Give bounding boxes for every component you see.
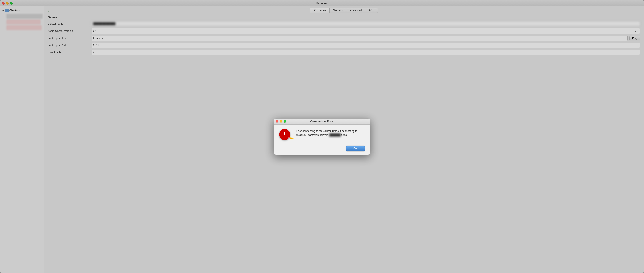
error-message-redacted: ██████ (329, 134, 341, 136)
modal-title: Connection Error (310, 120, 334, 123)
modal-maximize-button (284, 120, 286, 123)
error-icon-wrap: ✏️ (279, 129, 292, 140)
modal-body: ✏️ Error connecting to the cluster.Timeo… (274, 125, 370, 146)
modal-message: Error connecting to the cluster.Timeout … (296, 129, 365, 137)
ok-button[interactable]: OK (346, 146, 365, 151)
modal-dialog: Connection Error ✏️ Error connecting to … (274, 118, 370, 155)
modal-minimize-button (280, 120, 282, 123)
error-icon-container: ✏️ (279, 129, 292, 142)
error-message-part2: :9092 (341, 134, 348, 136)
modal-overlay: Connection Error ✏️ Error connecting to … (0, 0, 644, 273)
modal-footer: OK (274, 146, 370, 155)
modal-traffic-lights (276, 120, 286, 123)
error-message-part1: Error connecting to the cluster.Timeout … (296, 130, 357, 136)
modal-close-button[interactable] (276, 120, 278, 123)
modal-title-bar: Connection Error (274, 118, 370, 125)
